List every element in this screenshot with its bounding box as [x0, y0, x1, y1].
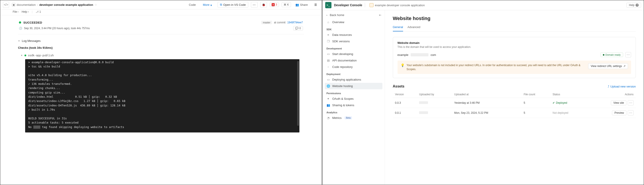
- domain-subtitle: This is the domain that will be used to …: [398, 45, 631, 49]
- log-task-row[interactable]: ▼ osdk-app-publish: [18, 53, 304, 58]
- bug-button[interactable]: 🐞: [260, 2, 267, 8]
- log-messages-header[interactable]: ▼ Log Messages: [18, 38, 304, 44]
- lightbulb-icon: 💡: [401, 63, 404, 67]
- row-more-button[interactable]: ⋯: [628, 110, 634, 116]
- collapse-sidebar-button[interactable]: ⇤: [379, 13, 382, 17]
- sidebar-item-data-resources[interactable]: ≡Data resources: [325, 32, 382, 38]
- upload-icon: ⤴: [608, 85, 609, 88]
- row-more-button[interactable]: ⋯: [628, 100, 634, 106]
- build-time: Sep 30, 2024, 3:44 PM (20 hours ago), to…: [24, 27, 90, 30]
- list-view-button[interactable]: ☰: [312, 2, 319, 8]
- sidebar-item-code-repo[interactable]: ▫Code repository: [325, 64, 382, 70]
- keyboard-shortcut[interactable]: ⌘ K: [282, 2, 291, 7]
- cell-uploaded-at: Yesterday at 3:46 PM: [452, 98, 522, 108]
- col-actions: Actions: [587, 91, 636, 98]
- tab-general[interactable]: General: [393, 25, 403, 31]
- warning-box: 💡 Your website's subdomain is not includ…: [398, 61, 631, 74]
- cell-version: 0.0.1: [393, 108, 417, 118]
- sidebar-item-start-developing[interactable]: ▭Start developing: [325, 51, 382, 57]
- external-link-icon: ↗: [623, 65, 626, 68]
- breadcrumb-parent[interactable]: documentation: [17, 3, 36, 7]
- console-logo-icon[interactable]: >_: [325, 2, 332, 8]
- help-button[interactable]: Help?: [626, 3, 641, 8]
- checks-summary: Checks (took 34s 916ms): [18, 44, 304, 53]
- branch-icon: ⎇: [36, 10, 39, 13]
- sidebar-item-sdk-versions[interactable]: ❐SDK versions: [325, 38, 382, 45]
- cell-uploaded-at: Mon, Sep 23, 2024, 5:22 PM: [452, 108, 522, 118]
- assets-title: Assets: [393, 84, 404, 88]
- sidebar-item-oauth[interactable]: ✦OAuth & Scopes: [325, 96, 382, 102]
- errors-button[interactable]: ✕3: [270, 3, 279, 7]
- beta-badge: Beta: [344, 116, 352, 119]
- success-dot-icon: [24, 55, 26, 56]
- open-book-icon: ▭: [326, 78, 330, 81]
- check-icon: ✔: [552, 101, 555, 104]
- x-icon: ✕: [272, 3, 275, 6]
- sidebar-item-website-hosting[interactable]: 🌐Website hosting: [325, 83, 382, 89]
- clock-icon: 🕒: [19, 27, 22, 30]
- row-action-button[interactable]: Preview: [612, 110, 626, 115]
- sidebar-group-permissions: Permissions: [325, 89, 382, 96]
- table-row: 0.0.1Mon, Sep 23, 2024, 5:22 PM5Not depl…: [393, 108, 636, 118]
- cell-status: Not deployed: [550, 108, 587, 118]
- status-dot-icon: [19, 21, 21, 24]
- sidebar-item-deploying[interactable]: ▭Deploying applications: [325, 76, 382, 83]
- cell-actions: Preview⋯: [587, 108, 636, 118]
- sidebar-item-api-docs[interactable]: ▤API documentation: [325, 57, 382, 64]
- sidebar-group-analytics: Analytics: [325, 108, 382, 115]
- scrollbar[interactable]: [297, 61, 299, 126]
- sidebar-group-deployment: Deployment: [325, 70, 382, 76]
- more-menu[interactable]: More▾: [201, 2, 215, 7]
- more-actions-button[interactable]: ⋯: [251, 2, 258, 8]
- warning-message: Your website's subdomain is not included…: [407, 63, 586, 71]
- product-title: Developer Console: [334, 3, 362, 7]
- row-action-button[interactable]: View site: [611, 100, 626, 105]
- page-title: Website hosting: [393, 16, 636, 21]
- chevron-down-icon: ▼: [18, 40, 20, 42]
- branch-pill[interactable]: master: [261, 21, 272, 24]
- sidebar-group-development: Development: [325, 45, 382, 51]
- comments-button[interactable]: 💬 0: [293, 26, 303, 31]
- help-menu[interactable]: Help▾: [22, 10, 29, 13]
- view-redirect-settings-button[interactable]: View redirect URL settings↗: [588, 63, 628, 69]
- comment-icon: 💬: [295, 27, 298, 30]
- sidebar-item-overview[interactable]: ⌂Overview: [325, 19, 382, 25]
- users-icon: 👥: [326, 104, 330, 107]
- app-logo[interactable]: </>: [3, 2, 9, 8]
- sidebar-item-metrics[interactable]: ◔MetricsBeta: [325, 115, 382, 121]
- cell-file-count: 5: [522, 108, 550, 118]
- code-repo-pane: </> ▣ documentation › developer console …: [0, 0, 322, 185]
- tab-advanced[interactable]: Advanced: [408, 25, 420, 31]
- cell-actions: View site⋯: [587, 98, 636, 108]
- app-chip[interactable]: example developer console application: [370, 3, 425, 7]
- cell-file-count: 5: [522, 98, 550, 108]
- terminal-output[interactable]: > example-developer-console-application@…: [25, 59, 300, 132]
- assets-table: Version Uploaded by Uploaded at File cou…: [393, 91, 636, 118]
- upload-new-version-button[interactable]: ⤴Upload new version: [608, 85, 636, 88]
- domain-card: Website domain This is the domain that w…: [393, 37, 636, 78]
- star-icon[interactable]: ☆: [94, 3, 97, 7]
- commit-link[interactable]: 1949f794ee7: [287, 21, 303, 24]
- cell-version: 0.0.3: [393, 98, 417, 108]
- sub-menu: File▾ Help▾ | ⎇1: [0, 9, 322, 15]
- main-content: Website hosting General Advanced Website…: [385, 10, 644, 184]
- file-menu[interactable]: File▾: [13, 10, 18, 13]
- database-icon: ≡: [326, 33, 330, 37]
- dot-icon: [603, 54, 604, 56]
- breadcrumb-current[interactable]: developer console example application: [39, 3, 93, 7]
- question-icon: ?: [636, 4, 639, 7]
- code-tab[interactable]: Code: [187, 2, 198, 7]
- arrow-left-icon: ←: [326, 13, 328, 17]
- build-body: SUCCEEDED master at commit 1949f794ee7 🕒…: [0, 15, 322, 142]
- sidebar: ←Back home ⇤ ⌂Overview SDK ≡Data resourc…: [322, 10, 385, 184]
- branch-count[interactable]: ⎇1: [36, 10, 41, 13]
- right-header: >_ Developer Console example developer c…: [322, 0, 644, 10]
- domain-more-button[interactable]: ⋯: [625, 52, 631, 57]
- tabs: General Advanced: [393, 25, 636, 32]
- open-vscode-button[interactable]: ⧉ Open in VS Code: [218, 2, 248, 8]
- globe-icon: 🌐: [326, 84, 330, 88]
- left-header: </> ▣ documentation › developer console …: [0, 0, 322, 9]
- sidebar-item-sharing[interactable]: 👥Sharing & tokens: [325, 102, 382, 108]
- back-home-link[interactable]: ←Back home: [326, 13, 344, 17]
- share-button[interactable]: 👥Share: [294, 2, 310, 7]
